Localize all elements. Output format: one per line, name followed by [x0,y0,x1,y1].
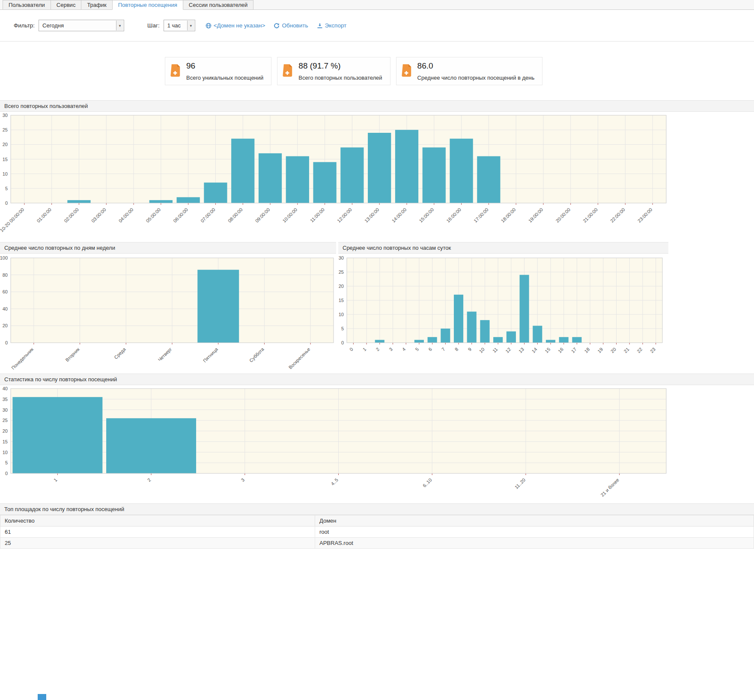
svg-text:14:00:00: 14:00:00 [391,207,408,224]
panel-by-weekday: Среднее число повторных по дням недели 0… [0,242,336,370]
svg-text:3: 3 [388,347,393,352]
svg-text:23: 23 [649,347,656,354]
tab-bar: Пользователи Сервис Трафик Повторные пос… [0,0,754,10]
tab-user-sessions[interactable]: Сессии пользователей [183,0,254,9]
svg-text:5: 5 [414,347,420,352]
svg-text:21: 21 [623,347,630,354]
document-plus-icon [170,64,181,78]
tab-users[interactable]: Пользователи [3,0,51,9]
stat-caption: Среднее число повторных посещений в день [417,75,535,81]
bottom-blue-indicator [38,694,46,700]
refresh-icon [274,23,280,29]
svg-text:0: 0 [341,340,344,345]
svg-text:10: 10 [3,171,8,176]
chart-by-hour: 0510152025300123456789101112131415161718… [338,254,668,370]
svg-text:20:00:00: 20:00:00 [554,207,571,224]
svg-text:17: 17 [570,347,578,354]
filter-select[interactable]: Сегодня ▾ [39,20,124,31]
tab-repeat-visits[interactable]: Повторные посещения [112,0,183,10]
svg-text:Вторник: Вторник [64,347,80,363]
bar-chart-visit-count: 05101520253035401234..56..1011..2021 и б… [0,385,754,500]
cell-quantity: 25 [0,538,315,549]
stat-unique-visits: 96 Всего уникальных посещений [165,57,271,85]
svg-text:13:00:00: 13:00:00 [364,207,380,224]
svg-text:40: 40 [3,306,8,311]
cell-domain: root [315,526,754,538]
svg-text:10: 10 [3,450,8,455]
download-icon [317,23,323,29]
svg-text:Среда: Среда [113,346,127,360]
filter-label: Фильтр: [14,22,35,29]
svg-text:6: 6 [427,347,433,352]
svg-text:06:00:00: 06:00:00 [172,207,189,224]
svg-text:21:00:00: 21:00:00 [582,207,599,224]
svg-text:10-20 00:00:00: 10-20 00:00:00 [0,207,25,233]
svg-text:100: 100 [0,255,8,260]
chart-title-by-hour: Среднее число повторных по часам суток [338,242,668,254]
table-row: 61 root [0,526,754,538]
svg-text:11:00:00: 11:00:00 [309,207,325,223]
svg-text:3: 3 [240,477,245,483]
export-link-label: Экспорт [325,22,347,29]
refresh-link[interactable]: Обновить [274,22,308,29]
svg-text:25: 25 [339,269,344,275]
chart-by-weekday: 020406080100ПонедельникВторникСредаЧетве… [0,254,336,370]
stat-caption: Всего повторных пользователей [298,75,382,81]
svg-text:20: 20 [3,428,8,434]
svg-text:0: 0 [349,347,354,352]
svg-text:15:00:00: 15:00:00 [418,207,435,224]
svg-text:18:00:00: 18:00:00 [500,207,517,224]
svg-text:21 и более: 21 и более [599,477,620,498]
svg-text:0: 0 [5,471,8,476]
table-row: 25 APBRAS.root [0,538,754,549]
svg-text:4: 4 [401,347,407,352]
step-select[interactable]: 1 час ▾ [164,20,195,31]
chevron-down-icon: ▾ [116,21,123,30]
svg-text:10: 10 [339,312,344,317]
svg-text:11..20: 11..20 [514,477,527,490]
svg-text:20: 20 [3,142,8,147]
stat-value: 88 (91.7 %) [298,61,382,71]
domain-link[interactable]: <Домен не указан> [206,22,265,29]
document-plus-icon [402,64,412,78]
svg-text:25: 25 [3,418,8,423]
svg-text:10:00:00: 10:00:00 [281,207,298,224]
step-select-value: 1 час [167,22,181,29]
filter-select-value: Сегодня [42,22,64,29]
svg-text:2: 2 [375,347,380,352]
svg-text:11: 11 [492,347,499,354]
tab-traffic[interactable]: Трафик [81,0,112,9]
top-sites-table: Количество Домен 61 root 25 APBRAS.root [0,515,754,549]
refresh-link-label: Обновить [282,22,308,29]
svg-text:23:00:00: 23:00:00 [637,207,653,224]
svg-text:07:00:00: 07:00:00 [200,207,216,224]
svg-text:8: 8 [454,347,459,352]
tab-service[interactable]: Сервис [51,0,82,9]
svg-text:40: 40 [3,386,8,391]
svg-text:Воскресенье: Воскресенье [288,347,311,370]
svg-text:Суббота: Суббота [248,346,265,363]
export-link[interactable]: Экспорт [317,22,347,29]
cell-domain: APBRAS.root [315,538,754,549]
table-header-row: Количество Домен [0,515,754,526]
svg-text:02:00:00: 02:00:00 [63,207,80,224]
svg-text:5: 5 [5,186,8,191]
cell-quantity: 61 [0,526,315,538]
svg-text:6..10: 6..10 [422,477,433,488]
svg-text:0: 0 [5,340,8,345]
svg-text:14: 14 [531,347,538,354]
svg-text:12: 12 [504,347,512,354]
svg-text:Четверг: Четверг [157,347,173,362]
svg-text:20: 20 [339,284,344,289]
stat-avg-repeat-per-day: 86.0 Среднее число повторных посещений в… [396,57,543,85]
svg-text:1: 1 [362,347,367,352]
filter-bar: Фильтр: Сегодня ▾ Шаг: 1 час ▾ <Домен не… [0,10,754,42]
svg-text:16: 16 [557,347,564,354]
svg-text:35: 35 [3,397,8,402]
svg-text:0: 0 [5,200,8,206]
svg-text:12:00:00: 12:00:00 [336,207,353,224]
svg-text:04:00:00: 04:00:00 [118,207,134,224]
svg-text:30: 30 [3,113,8,118]
svg-text:01:00:00: 01:00:00 [36,207,52,224]
stat-caption: Всего уникальных посещений [186,75,263,81]
